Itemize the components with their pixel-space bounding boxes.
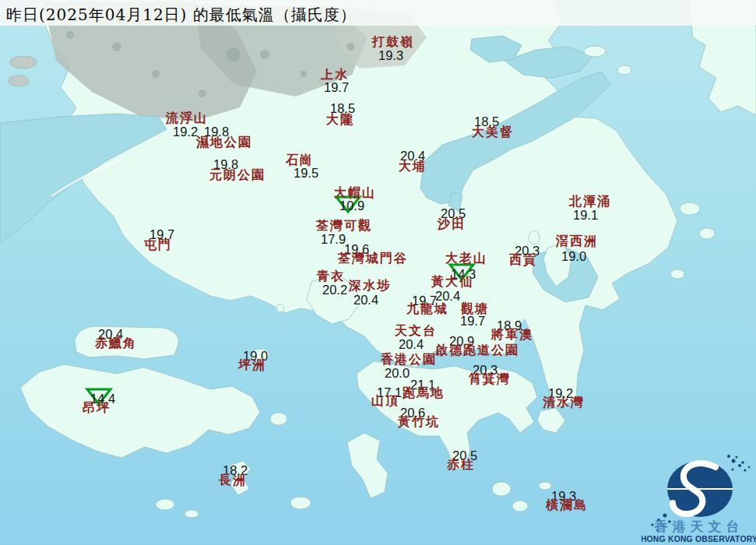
station-name: 荃灣可觀	[316, 220, 372, 232]
station-name: 香港公園	[381, 353, 437, 366]
station-name: 昂坪	[83, 402, 111, 414]
station-name: 大埔	[399, 160, 427, 173]
station-name: 打鼓嶺	[372, 36, 414, 48]
station-temp-value: 20.4	[399, 338, 424, 351]
station-temp-value: 19.5	[294, 167, 318, 180]
station-name: 滘西洲	[556, 235, 598, 248]
station-name: 山頂	[371, 395, 399, 407]
hko-logo-icon: 香港天文台 HONG KONG OBSERVATORY	[642, 450, 756, 545]
station-name: 赤鱲角	[95, 337, 137, 350]
station-temp-value: 19.0	[561, 250, 586, 263]
station-name: 北潭涌	[569, 195, 611, 208]
station-name: 長洲	[219, 474, 247, 487]
station-name: 上水	[321, 69, 349, 81]
station-name: 石崗	[286, 154, 314, 167]
logo-text-english: HONG KONG OBSERVATORY	[642, 535, 756, 543]
station-temp-value: 19.7	[324, 81, 349, 94]
station-name: 觀塘	[461, 303, 489, 315]
station-temp-value: 17.9	[321, 233, 346, 246]
station-name: 西貢	[509, 254, 537, 266]
station-name: 啟德跑道公園	[435, 344, 519, 357]
station-temp-value: 19.7	[460, 315, 485, 328]
station-name: 大美督	[472, 126, 514, 139]
station-temp-value: 20.4	[353, 294, 378, 307]
station-name: 屯門	[144, 239, 172, 251]
station-name: 天文台	[395, 325, 437, 337]
station-name: 九龍城	[406, 303, 448, 315]
station-name: 深水埗	[349, 280, 391, 292]
station-name: 青衣	[317, 270, 345, 283]
station-name: 清水灣	[543, 396, 585, 409]
station-name: 荃灣城門谷	[338, 252, 408, 265]
station-name: 筲箕灣	[469, 373, 511, 385]
station-name: 流浮山	[166, 112, 208, 125]
logo-text-chinese: 香港天文台	[654, 519, 744, 534]
station-name: 大帽山	[334, 187, 376, 199]
station-name: 坪洲	[238, 359, 266, 371]
station-name: 黃竹坑	[398, 416, 440, 428]
station-name: 黃大仙	[431, 276, 473, 288]
station-name: 大老山	[445, 252, 487, 265]
station-name: 濕地公園	[196, 136, 252, 149]
station-name: 大隴	[326, 114, 354, 126]
hko-logo: 香港天文台 HONG KONG OBSERVATORY	[642, 450, 756, 545]
station-temp-value: 20.2	[322, 283, 347, 297]
station-name: 元朗公園	[209, 169, 265, 181]
station-name: 跑馬地	[403, 387, 445, 399]
station-name: 赤柱	[447, 459, 475, 471]
station-temp-value: 20.0	[385, 367, 410, 380]
station-temp-value: 10.9	[339, 199, 364, 213]
station-temp-value: 19.3	[378, 49, 403, 62]
station-temp-value: 19.2	[173, 125, 198, 139]
station-temp-value: 19.1	[573, 209, 598, 222]
station-name: 橫瀾島	[546, 499, 588, 512]
station-name: 沙田	[438, 218, 466, 230]
min-temperature-map: 昨日(2025年04月12日) 的最低氣溫（攝氏度） 19.3打鼓嶺19.7上水…	[0, 0, 756, 545]
station-name: 將軍澳	[491, 329, 533, 341]
